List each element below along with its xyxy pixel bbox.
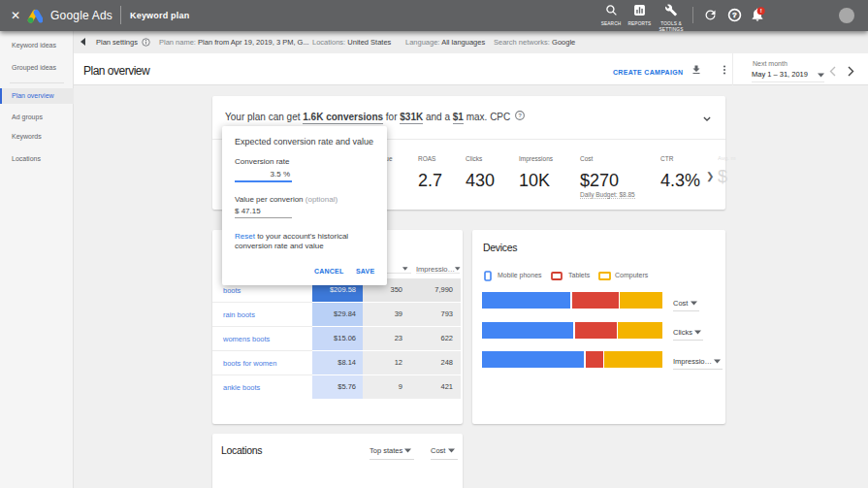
svg-text:!: ! — [760, 8, 762, 14]
svg-text:?: ? — [732, 11, 737, 19]
svg-text:?: ? — [518, 113, 522, 118]
